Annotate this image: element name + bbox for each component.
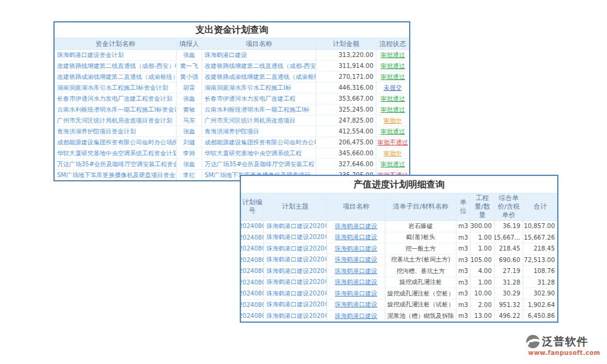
- project-name-link[interactable]: 改建铁路线增建第二线直通线（成都-西安）电力线路迁改工: [202, 61, 316, 71]
- plan-no-link[interactable]: 2024080: [241, 300, 263, 311]
- project-name-link[interactable]: 华软大厦研究基地中央空调系统工程: [202, 148, 316, 158]
- reporter-link[interactable]: 李帅: [176, 148, 202, 158]
- fund-plan-name-link[interactable]: 改建铁路线增建第二线直通线（成都-西安）电力线路迁改工: [55, 61, 176, 71]
- process-status-link[interactable]: 审批通过: [376, 126, 409, 136]
- fund-plan-name-link[interactable]: 珠海鹤港口建设资金计划: [55, 50, 176, 60]
- item-material-name: 旋挖成孔灌注桩（空桩）: [385, 288, 456, 299]
- fanpu-website-link[interactable]: www.fanpusoft.com: [528, 349, 605, 356]
- fund-plan-name-link[interactable]: SM广场地下车库更换摄像机及硬盘项目资金计划: [55, 170, 176, 180]
- project-name-link[interactable]: 珠海鹤港口建设: [327, 221, 385, 232]
- plan-topic-link[interactable]: 珠海鹤港口建设2020年9月份: [263, 300, 327, 311]
- process-status-link[interactable]: 审批中: [376, 148, 409, 158]
- fanpu-logo-icon: [526, 334, 540, 349]
- plan-topic-link[interactable]: 珠海鹤港口建设2020年9月份: [263, 288, 327, 299]
- output-table-body: 2024080珠海鹤港口建设2020年9月份珠海鹤港口建设岩石爆破m3300.0…: [241, 221, 557, 322]
- output-table-row: 2024080珠海鹤港口建设2020年9月份珠海鹤港口建设泥浆池（槽）砌筑及拆除…: [241, 310, 557, 322]
- planned-amount-value: 270,171.00: [316, 72, 376, 82]
- fund-plan-name-link[interactable]: 青海洪湖养护院项目资金计划: [55, 126, 176, 136]
- item-material-name: 旋挖成孔灌注桩: [385, 277, 456, 288]
- project-name-link[interactable]: 珠海鹤港口建设: [327, 311, 385, 322]
- fund-plan-name-link[interactable]: 云南水利枢纽潜明水库一期工程施工I标资金计划: [55, 104, 176, 115]
- expense-table-row: 长春市伊通河水力发电厂改建工程资金计划张鑫长春市伊通河水力发电厂改建工程353,…: [55, 93, 409, 104]
- plan-no-link[interactable]: 2024080: [241, 221, 263, 232]
- project-name-link[interactable]: 长春市伊通河水力发电厂改建工程: [202, 93, 316, 104]
- fund-plan-name-link[interactable]: 万达广场35#会所及咖啡厅空调安装工程资金计划: [55, 159, 176, 169]
- process-status-link[interactable]: 审批不通过: [376, 137, 409, 147]
- project-name-link[interactable]: 湖南洞庭湖水库引水工程施工I标: [202, 83, 316, 93]
- process-status-link[interactable]: 审批中: [376, 115, 409, 126]
- project-name-link[interactable]: 珠海鹤港口建设: [202, 50, 316, 60]
- total-value: 108.76: [523, 266, 557, 277]
- total-value: 6,450.86: [523, 311, 557, 322]
- unit-price-value: 36.19: [494, 221, 523, 232]
- reporter-link[interactable]: 张鑫: [176, 50, 202, 60]
- project-name-link[interactable]: 珠海鹤港口建设: [327, 266, 385, 277]
- plan-no-link[interactable]: 2024080: [241, 232, 263, 243]
- reporter-link[interactable]: 胡雷: [176, 83, 202, 93]
- total-value: 10,857.00: [523, 221, 557, 232]
- process-status-link[interactable]: 审批通过: [376, 104, 409, 115]
- unit-price-value: 30.29: [494, 288, 523, 299]
- fund-plan-name-link[interactable]: 成都能源建设集团投资有限公司临时办公场所装修改造工程: [55, 137, 176, 147]
- reporter-link[interactable]: 黄敏: [176, 104, 202, 115]
- reporter-link[interactable]: 黄小强: [176, 72, 202, 82]
- project-name-link[interactable]: 万达广场35#会所及咖啡厅空调安装工程: [202, 159, 316, 169]
- process-status-link[interactable]: 审批通过: [376, 159, 409, 169]
- process-status-link[interactable]: 审批通过: [376, 61, 409, 71]
- plan-no-link[interactable]: 2024080: [241, 288, 263, 299]
- reporter-link[interactable]: 黄一飞: [176, 61, 202, 71]
- output-progress-detail-table: 产值进度计划明细查询 计划编号计划主题项目名称清单子目/材料名称单位工程量/数量…: [240, 175, 558, 323]
- plan-no-link[interactable]: 2024080: [241, 266, 263, 277]
- project-name-link[interactable]: 珠海鹤港口建设: [327, 288, 385, 299]
- plan-topic-link[interactable]: 珠海鹤港口建设2020年9月份: [263, 266, 327, 277]
- expense-table-row: 华软大厦研究基地中央空调系统工程资金计划李帅华软大厦研究基地中央空调系统工程34…: [55, 147, 409, 158]
- unit-value: m3: [456, 300, 470, 311]
- expense-table-row: 青海洪湖养护院项目资金计划张鑫青海洪湖养护院项目412,554.00审批通过: [55, 126, 409, 136]
- reporter-link[interactable]: 马东: [176, 115, 202, 126]
- project-name-link[interactable]: 珠海鹤港口建设: [327, 300, 385, 311]
- project-name-link[interactable]: 珠海鹤港口建设: [327, 255, 385, 266]
- project-name-link[interactable]: 广州市天河区统计局机房改造项目: [202, 115, 316, 126]
- reporter-link[interactable]: 刘健: [176, 137, 202, 147]
- process-status-link[interactable]: 审批通过: [376, 93, 409, 104]
- planned-amount-value: 206,475.00: [316, 137, 376, 147]
- plan-topic-link[interactable]: 珠海鹤港口建设2020年9月份: [263, 277, 327, 288]
- plan-topic-link[interactable]: 珠海鹤港口建设2020年9月份: [263, 311, 327, 322]
- item-material-name: 旋挖成孔灌注桩（试桩）: [385, 300, 456, 311]
- fund-plan-name-link[interactable]: 长春市伊通河水力发电厂改建工程资金计划: [55, 93, 176, 104]
- fund-plan-name-link[interactable]: 华软大厦研究基地中央空调系统工程资金计划: [55, 148, 176, 158]
- project-name-link[interactable]: 云南水利枢纽潜明水库一期工程施工I标: [202, 104, 316, 115]
- fund-plan-name-link[interactable]: 改建铁路成渝线增建第二直通线（成渝枢纽）电力线路迁改: [55, 72, 176, 82]
- process-status-link[interactable]: 审批通过: [376, 50, 409, 60]
- plan-topic-link[interactable]: 珠海鹤港口建设2020年9月份: [263, 255, 327, 266]
- plan-topic-link[interactable]: 珠海鹤港口建设2020年9月份: [263, 243, 327, 254]
- plan-no-link[interactable]: 2024080: [241, 243, 263, 254]
- project-name-link[interactable]: 改建铁路成渝线增建第二直通线（成渝枢纽）电力线路迁改: [202, 72, 316, 82]
- planned-amount-value: 311,914.00: [316, 61, 376, 71]
- unit-value: m3: [456, 277, 470, 288]
- output-table-row: 2024080珠海鹤港口建设2020年9月份珠海鹤港口建设挖沟槽、基坑土方m34…: [241, 265, 557, 277]
- process-status-link[interactable]: 未提交: [376, 83, 409, 93]
- project-name-link[interactable]: 青海洪湖养护院项目: [202, 126, 316, 136]
- reporter-link[interactable]: 李红: [176, 170, 202, 180]
- project-name-link[interactable]: 成都能源建设集团投资有限公司临时办公场所装修改造工程: [202, 137, 316, 147]
- project-name-link[interactable]: 珠海鹤港口建设: [327, 277, 385, 288]
- plan-no-link[interactable]: 2024080: [241, 255, 263, 266]
- fund-plan-name-link[interactable]: 广州市天河区统计局机房改造项目资金计划: [55, 115, 176, 126]
- plan-no-link[interactable]: 2024080: [241, 277, 263, 288]
- plan-topic-link[interactable]: 珠海鹤港口建设2020年9月份: [263, 221, 327, 232]
- unit-value: m3: [456, 243, 470, 254]
- total-value: 218.45: [523, 243, 557, 254]
- reporter-link[interactable]: 张鑫: [176, 159, 202, 169]
- project-name-link[interactable]: 珠海鹤港口建设: [327, 232, 385, 243]
- reporter-link[interactable]: 张鑫: [176, 126, 202, 136]
- project-name-link[interactable]: 珠海鹤港口建设: [327, 243, 385, 254]
- output-table-header-row: 计划编号计划主题项目名称清单子目/材料名称单位工程量/数量综合单价/含税单价合计: [241, 194, 557, 221]
- plan-no-link[interactable]: 2024080: [241, 311, 263, 322]
- quantity-value: 300.00: [470, 221, 494, 232]
- fund-plan-name-link[interactable]: 湖南洞庭湖水库引水工程施工I标资金计划: [55, 83, 176, 93]
- plan-topic-link[interactable]: 珠海鹤港口建设2020年9月份: [263, 232, 327, 243]
- expense-fund-plan-table: 支出资金计划查询 资金计划名称填报人项目名称计划金额流程状态 珠海鹤港口建设资金…: [53, 21, 410, 181]
- process-status-link[interactable]: 审批通过: [376, 72, 409, 82]
- reporter-link[interactable]: 张鑫: [176, 93, 202, 104]
